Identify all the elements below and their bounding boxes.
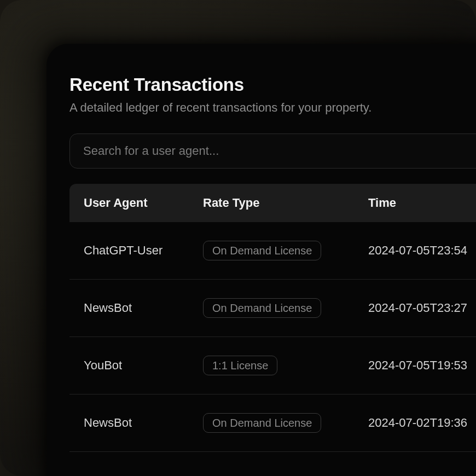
table-row[interactable]: ChatGPT-User On Demand License 2024-07-0… (69, 222, 476, 280)
cell-rate-type: On Demand License (203, 298, 368, 318)
cell-user-agent: NewsBot (84, 301, 203, 315)
rate-badge: On Demand License (203, 413, 321, 433)
rate-badge: 1:1 License (203, 356, 277, 375)
transactions-panel: Recent Transactions A detailed ledger of… (47, 44, 476, 476)
cell-user-agent: YouBot (84, 358, 203, 373)
cell-time: 2024-07-02T19:36 (368, 416, 476, 430)
cell-rate-type: On Demand License (203, 241, 368, 260)
table-header-row: User Agent Rate Type Time (69, 184, 476, 222)
cell-time: 2024-07-05T19:53 (368, 358, 476, 373)
column-header-user-agent: User Agent (84, 196, 203, 210)
cell-user-agent: ChatGPT-User (84, 243, 203, 258)
cell-time: 2024-07-05T23:27 (368, 301, 476, 315)
page-title: Recent Transactions (69, 74, 476, 95)
table-row[interactable]: NewsBot On Demand License 2024-07-02T19:… (69, 394, 476, 452)
table-row[interactable]: YouBot 1:1 License 2024-07-05T19:53 (69, 337, 476, 394)
rate-badge: On Demand License (203, 298, 321, 318)
table-body: ChatGPT-User On Demand License 2024-07-0… (69, 222, 476, 452)
cell-rate-type: On Demand License (203, 413, 368, 433)
table-row[interactable]: NewsBot On Demand License 2024-07-05T23:… (69, 280, 476, 337)
cell-time: 2024-07-05T23:54 (368, 243, 476, 258)
search-container (69, 133, 476, 169)
transactions-table: User Agent Rate Type Time ChatGPT-User O… (69, 184, 476, 452)
cell-user-agent: NewsBot (84, 416, 203, 430)
column-header-rate-type: Rate Type (203, 196, 368, 210)
page-subtitle: A detailed ledger of recent transactions… (69, 101, 476, 115)
column-header-time: Time (368, 196, 476, 210)
cell-rate-type: 1:1 License (203, 356, 368, 375)
search-input[interactable] (69, 133, 476, 169)
rate-badge: On Demand License (203, 241, 321, 260)
